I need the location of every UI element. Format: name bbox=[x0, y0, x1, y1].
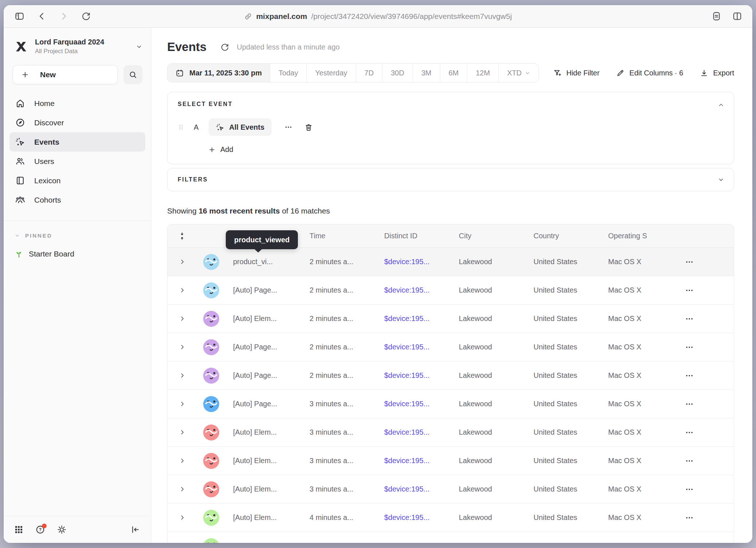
event-name: [Auto] Page... bbox=[226, 286, 302, 294]
expand-row-icon[interactable] bbox=[179, 458, 185, 464]
distinct-id-link[interactable]: $device:195... bbox=[384, 371, 430, 379]
apps-grid-icon[interactable] bbox=[14, 525, 24, 535]
distinct-id-link[interactable]: $device:195... bbox=[384, 457, 430, 465]
split-view-icon[interactable] bbox=[732, 11, 742, 21]
column-header-time[interactable]: Time bbox=[302, 232, 377, 240]
distinct-id-link[interactable]: $device:195... bbox=[384, 343, 430, 351]
expand-row-icon[interactable] bbox=[179, 486, 185, 492]
table-row[interactable]: [Auto] Page... 3 minutes a... $device:19… bbox=[168, 390, 734, 418]
row-menu-icon[interactable] bbox=[685, 286, 694, 295]
column-header-country[interactable]: Country bbox=[526, 232, 601, 240]
pinned-item-starter-board[interactable]: Starter Board bbox=[15, 250, 151, 258]
seedling-icon bbox=[15, 250, 23, 258]
table-row[interactable]: [Auto] Elem... 3 minutes a... $device:19… bbox=[168, 475, 734, 504]
collapse-sidebar-icon[interactable] bbox=[130, 525, 140, 535]
event-name: [Auto] Page... bbox=[226, 400, 302, 408]
table-row[interactable]: [Auto] Elem... 3 minutes a... $device:19… bbox=[168, 447, 734, 475]
reload-icon[interactable] bbox=[81, 11, 91, 21]
sidebar-item-lexicon[interactable]: Lexicon bbox=[9, 171, 145, 190]
row-menu-icon[interactable] bbox=[685, 428, 694, 437]
new-button[interactable]: New bbox=[13, 65, 118, 84]
expand-row-icon[interactable] bbox=[179, 514, 185, 521]
refresh-icon[interactable] bbox=[220, 43, 229, 52]
sidebar-item-discover[interactable]: Discover bbox=[9, 113, 145, 132]
forward-icon[interactable] bbox=[59, 11, 69, 21]
settings-gear-icon[interactable] bbox=[57, 525, 67, 535]
export-button[interactable]: Export bbox=[700, 69, 734, 77]
help-icon[interactable]: ? bbox=[35, 525, 45, 535]
row-menu-icon[interactable] bbox=[685, 541, 694, 543]
table-row[interactable]: [Auto] Page... 2 minutes a... $device:19… bbox=[168, 361, 734, 390]
distinct-id-link[interactable]: $device:195... bbox=[384, 428, 430, 436]
page-settings-icon[interactable] bbox=[712, 11, 721, 21]
sidebar-item-users[interactable]: Users bbox=[9, 152, 145, 171]
filters-panel[interactable]: FILTERS bbox=[167, 168, 734, 191]
more-options-icon[interactable] bbox=[284, 123, 293, 132]
row-menu-icon[interactable] bbox=[685, 485, 694, 494]
expand-row-icon[interactable] bbox=[179, 429, 185, 435]
row-menu-icon[interactable] bbox=[685, 257, 694, 267]
sidebar-item-cohorts[interactable]: Cohorts bbox=[9, 190, 145, 210]
project-switcher[interactable]: Lord Farquaad 2024 All Project Data bbox=[14, 38, 142, 55]
row-menu-icon[interactable] bbox=[685, 371, 694, 380]
add-event-button[interactable]: Add bbox=[208, 145, 724, 154]
hide-filter-button[interactable]: Hide Filter bbox=[553, 69, 599, 77]
table-row[interactable]: [Auto] Elem... 2 minutes a... $device:19… bbox=[168, 305, 734, 333]
range-today[interactable]: Today bbox=[270, 64, 306, 82]
expand-row-icon[interactable] bbox=[179, 372, 185, 379]
event-name: [Auto] Page... bbox=[226, 343, 302, 351]
pencil-icon bbox=[616, 69, 625, 77]
sidebar-item-home[interactable]: Home bbox=[9, 94, 145, 113]
table-row[interactable]: [Auto] Elem... 4 minutes a... $device:19… bbox=[168, 504, 734, 532]
range-30d[interactable]: 30D bbox=[382, 64, 413, 82]
expand-row-icon[interactable] bbox=[179, 316, 185, 322]
back-icon[interactable] bbox=[37, 11, 47, 21]
range-6m[interactable]: 6M bbox=[440, 64, 467, 82]
row-menu-icon[interactable] bbox=[685, 513, 694, 522]
table-row[interactable]: [Auto] Page... 2 minutes a... $device:19… bbox=[168, 333, 734, 361]
row-menu-icon[interactable] bbox=[685, 456, 694, 466]
row-menu-icon[interactable] bbox=[685, 314, 694, 324]
date-picker-button[interactable]: Mar 11, 2025 3:30 pm bbox=[168, 64, 270, 82]
range-3m[interactable]: 3M bbox=[413, 64, 440, 82]
edit-columns-button[interactable]: Edit Columns · 6 bbox=[616, 69, 683, 77]
table-row[interactable] bbox=[168, 532, 734, 543]
event-time: 3 minutes a... bbox=[302, 400, 377, 408]
row-menu-icon[interactable] bbox=[685, 342, 694, 352]
delete-icon[interactable] bbox=[304, 123, 313, 132]
expand-row-icon[interactable] bbox=[179, 401, 185, 407]
sidebar-item-events[interactable]: Events bbox=[9, 132, 145, 152]
chevron-up-icon[interactable] bbox=[718, 102, 724, 108]
distinct-id-link[interactable]: $device:195... bbox=[384, 286, 430, 294]
distinct-id-link[interactable]: $device:195... bbox=[384, 400, 430, 408]
all-events-chip[interactable]: All Events bbox=[209, 118, 272, 136]
country-cell: United States bbox=[526, 513, 601, 522]
row-menu-icon[interactable] bbox=[685, 399, 694, 409]
chevron-down-icon[interactable] bbox=[718, 176, 724, 183]
search-button[interactable] bbox=[123, 65, 142, 84]
range-12m[interactable]: 12M bbox=[467, 64, 498, 82]
chevron-down-icon bbox=[15, 233, 20, 238]
range-7d[interactable]: 7D bbox=[356, 64, 382, 82]
distinct-id-link[interactable]: $device:195... bbox=[384, 314, 430, 322]
range-yesterday[interactable]: Yesterday bbox=[306, 64, 355, 82]
expand-row-icon[interactable] bbox=[179, 344, 185, 350]
expand-row-icon[interactable] bbox=[179, 287, 185, 293]
expand-row-icon[interactable] bbox=[179, 259, 185, 265]
table-row[interactable]: [Auto] Page... 2 minutes a... $device:19… bbox=[168, 276, 734, 305]
drag-handle-icon[interactable] bbox=[178, 123, 184, 132]
column-header-distinct-id[interactable]: Distinct ID bbox=[377, 232, 452, 240]
collapse-all-rows-icon[interactable] bbox=[178, 231, 186, 241]
distinct-id-link[interactable]: $device:195... bbox=[384, 513, 430, 521]
column-header-city[interactable]: City bbox=[452, 232, 526, 240]
pinned-section-header[interactable]: PINNED bbox=[15, 232, 151, 239]
address-bar[interactable]: mixpanel.com/project/3472420/view/397469… bbox=[244, 5, 512, 28]
distinct-id-link[interactable]: $device:195... bbox=[384, 258, 430, 266]
distinct-id-link[interactable]: $device:195... bbox=[384, 485, 430, 493]
table-row[interactable]: [Auto] Elem... 3 minutes a... $device:19… bbox=[168, 418, 734, 447]
column-header-operating-system[interactable]: Operating S bbox=[601, 232, 674, 240]
table-row[interactable]: product_vi... 2 minutes a... $device:195… bbox=[168, 248, 734, 276]
browser-window: mixpanel.com/project/3472420/view/397469… bbox=[4, 5, 752, 543]
browser-sidebar-toggle-icon[interactable] bbox=[15, 11, 24, 21]
range-xtd[interactable]: XTD bbox=[498, 64, 539, 82]
